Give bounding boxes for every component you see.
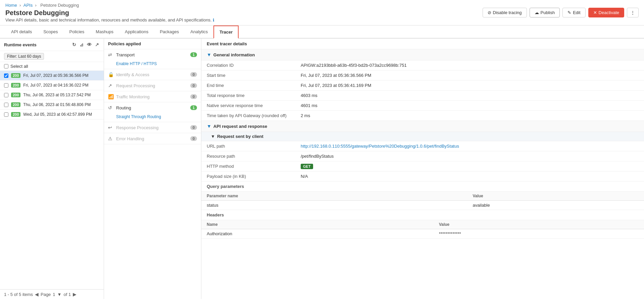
- event-item[interactable]: 200 Thu, Jul 06, 2023 at 01:56:48.806 PM: [0, 100, 104, 110]
- request-sent-by-client-toggle[interactable]: ▼ Request sent by client: [201, 132, 644, 141]
- filter-bar: Filter: Last 60 days: [0, 51, 104, 62]
- event-checkbox[interactable]: [4, 83, 8, 88]
- filter-icon[interactable]: ⊿: [79, 41, 84, 48]
- event-checkbox[interactable]: [4, 73, 8, 78]
- info-icon[interactable]: ℹ: [213, 18, 214, 22]
- table-row: Authorization *************: [201, 229, 644, 239]
- table-row: Time taken by API Gateway (rounded off) …: [201, 111, 644, 121]
- policy-sub[interactable]: Straight Through Routing: [104, 113, 201, 122]
- policy-section: ⇄ Transport 1 Enable HTTP / HTTPS: [104, 49, 201, 69]
- right-panel: Event tracer details ▼ General informati…: [201, 39, 644, 299]
- policy-label: Response Processing: [116, 125, 158, 130]
- publish-button[interactable]: ☁ Publish: [530, 8, 560, 17]
- page-num: 1: [53, 292, 55, 297]
- more-dots-icon: ⋮: [631, 10, 635, 15]
- field-value: N/A: [295, 171, 644, 182]
- policy-name: ⇄ Transport: [108, 52, 135, 57]
- policy-label: Identify & Access: [116, 72, 149, 77]
- prev-page-button[interactable]: ◀: [35, 292, 39, 297]
- tab-applications[interactable]: Applications: [119, 26, 154, 38]
- page-dropdown-icon[interactable]: ▼: [57, 292, 62, 297]
- policy-row[interactable]: ⚠ Error Handling 0: [104, 133, 201, 144]
- breadcrumb-apis[interactable]: APIs: [23, 3, 33, 8]
- table-row: URL path http://192.168.0.110:5555/gatew…: [201, 141, 644, 151]
- api-request-arrow: ▼: [207, 123, 211, 129]
- policy-icon: ↗: [108, 83, 113, 88]
- column-header: Value: [434, 220, 644, 229]
- url-link[interactable]: http://192.168.0.110:5555/gateway/Petsto…: [301, 144, 459, 149]
- status-badge: 200: [11, 112, 20, 117]
- field-name: Correlation ID: [201, 60, 295, 70]
- api-request-response-toggle[interactable]: ▼ API request and response: [201, 121, 644, 132]
- policy-name: 🔒 Identify & Access: [108, 72, 149, 77]
- policy-icon: ↺: [108, 105, 113, 110]
- policy-row[interactable]: 🔒 Identify & Access 0: [104, 69, 201, 80]
- status-badge: 200: [11, 102, 20, 107]
- page-subtitle: View API details, basic and technical in…: [5, 17, 214, 22]
- policy-row[interactable]: ↗ Request Processing 0: [104, 80, 201, 91]
- tab-policies[interactable]: Policies: [64, 26, 90, 38]
- deactivate-icon: ✕: [593, 10, 597, 15]
- general-info-toggle[interactable]: ▼ General information: [201, 49, 644, 60]
- tab-packages[interactable]: Packages: [154, 26, 185, 38]
- disable-tracing-button[interactable]: ⊘ Disable tracing: [483, 8, 527, 17]
- policy-sub[interactable]: Enable HTTP / HTTPS: [104, 60, 201, 69]
- policy-label: Routing: [116, 105, 131, 110]
- policy-label: Request Processing: [116, 83, 155, 88]
- breadcrumb: Home › APIs › Petstore Debugging: [5, 3, 214, 8]
- event-time: Fri, Jul 07, 2023 at 04:16:36.022 PM: [23, 83, 88, 88]
- policy-section: ↗ Request Processing 0: [104, 80, 201, 91]
- general-info-table: Correlation ID APIGW:a2193bb8-a63b-45f3-…: [201, 60, 644, 121]
- policy-row[interactable]: ⇄ Transport 1: [104, 49, 201, 60]
- table-row: status available: [201, 201, 644, 210]
- refresh-icon[interactable]: ↻: [71, 41, 77, 48]
- event-item[interactable]: 200 Fri, Jul 07, 2023 at 05:36:36.566 PM: [0, 71, 104, 81]
- breadcrumb-current: Petstore Debugging: [40, 3, 79, 8]
- tab-scopes[interactable]: Scopes: [38, 26, 63, 38]
- policy-row[interactable]: 📶 Traffic Monitoring 0: [104, 91, 201, 102]
- policy-row[interactable]: ↺ Routing 1: [104, 102, 201, 113]
- event-item[interactable]: 200 Wed, Jul 05, 2023 at 06:42:57.899 PM: [0, 110, 104, 119]
- policy-label: Error Handling: [116, 136, 144, 141]
- event-checkbox[interactable]: [4, 112, 8, 117]
- policy-row[interactable]: ↩ Response Processing 0: [104, 122, 201, 133]
- filter-badge[interactable]: Filter: Last 60 days: [4, 53, 44, 60]
- field-name: HTTP method: [201, 161, 295, 171]
- view-icon[interactable]: 👁: [86, 41, 92, 48]
- event-time: Wed, Jul 05, 2023 at 06:42:57.899 PM: [23, 112, 92, 117]
- policy-name: 📶 Traffic Monitoring: [108, 94, 150, 99]
- edit-button[interactable]: ✎ Edit: [562, 8, 585, 17]
- table-row: Total response time 4603 ms: [201, 91, 644, 101]
- event-checkbox[interactable]: [4, 103, 8, 107]
- page-title: Petstore Debugging: [5, 9, 214, 17]
- tab-tracer[interactable]: Tracer: [213, 26, 239, 39]
- more-options-button[interactable]: ⋮: [627, 8, 639, 17]
- main-layout: Runtime events ↻ ⊿ 👁 ↗ Filter: Last 60 d…: [0, 39, 644, 299]
- event-item[interactable]: 200 Thu, Jul 06, 2023 at 05:13:27.542 PM: [0, 90, 104, 100]
- policy-name: ⚠ Error Handling: [108, 136, 144, 141]
- table-row: End time Fri, Jul 07, 2023 at 05:36:41.1…: [201, 81, 644, 91]
- field-value: 4601 ms: [295, 101, 644, 111]
- policy-icon: ⇄: [108, 52, 113, 57]
- breadcrumb-home[interactable]: Home: [5, 3, 17, 8]
- next-page-button[interactable]: ▶: [73, 292, 77, 297]
- tab-analytics[interactable]: Analytics: [185, 26, 213, 38]
- event-item[interactable]: 200 Fri, Jul 07, 2023 at 04:16:36.022 PM: [0, 81, 104, 90]
- event-checkbox[interactable]: [4, 93, 8, 97]
- policy-name: ↗ Request Processing: [108, 83, 155, 88]
- field-value: 2 ms: [295, 111, 644, 121]
- page-of: of 1: [63, 292, 71, 297]
- select-all-label: Select all: [10, 64, 28, 69]
- param-name: status: [201, 201, 467, 210]
- tab-api-details[interactable]: API details: [5, 26, 38, 38]
- tab-mashups[interactable]: Mashups: [90, 26, 119, 38]
- table-row: Payload size (in KB) N/A: [201, 171, 644, 182]
- export-icon[interactable]: ↗: [94, 41, 100, 48]
- deactivate-button[interactable]: ✕ Deactivate: [588, 8, 624, 17]
- policy-name: ↺ Routing: [108, 105, 131, 110]
- policy-name: ↩ Response Processing: [108, 125, 158, 130]
- policy-icon: 📶: [108, 94, 113, 99]
- select-all-checkbox[interactable]: [4, 64, 8, 68]
- api-request-label: API request and response: [213, 124, 267, 129]
- field-name: URL path: [201, 141, 295, 151]
